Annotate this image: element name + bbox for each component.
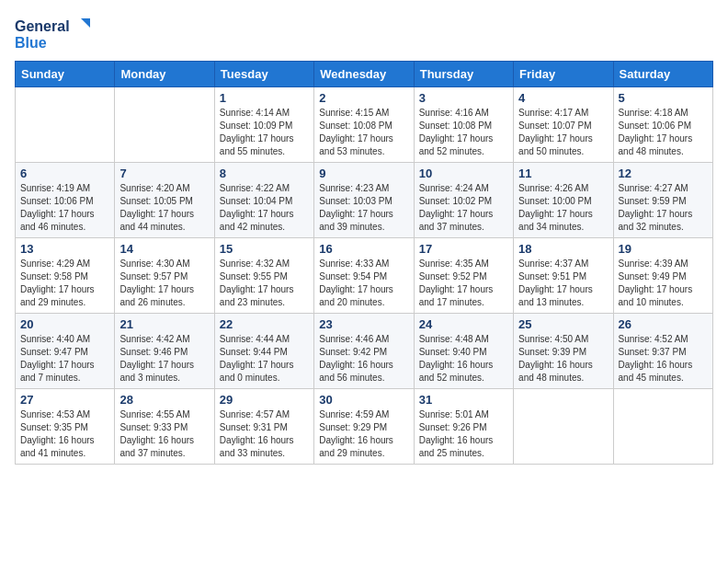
day-number: 2 <box>319 91 408 105</box>
day-info: Sunrise: 4:22 AM Sunset: 10:04 PM Daylig… <box>220 182 309 234</box>
day-number: 15 <box>220 242 309 256</box>
day-of-week-header: Sunday <box>16 62 115 87</box>
day-number: 1 <box>220 91 309 105</box>
day-number: 13 <box>20 242 109 256</box>
day-of-week-header: Thursday <box>414 62 513 87</box>
calendar-cell: 28Sunrise: 4:55 AM Sunset: 9:33 PM Dayli… <box>115 389 214 465</box>
day-info: Sunrise: 4:37 AM Sunset: 9:51 PM Dayligh… <box>518 258 608 309</box>
day-info: Sunrise: 4:18 AM Sunset: 10:06 PM Daylig… <box>619 107 708 158</box>
day-number: 18 <box>518 242 608 256</box>
day-info: Sunrise: 4:20 AM Sunset: 10:05 PM Daylig… <box>119 182 209 234</box>
calendar-cell: 15Sunrise: 4:32 AM Sunset: 9:55 PM Dayli… <box>214 238 313 314</box>
calendar-week-row: 13Sunrise: 4:29 AM Sunset: 9:58 PM Dayli… <box>16 238 713 314</box>
day-number: 24 <box>419 317 508 331</box>
day-info: Sunrise: 4:39 AM Sunset: 9:49 PM Dayligh… <box>619 258 708 309</box>
calendar-cell: 18Sunrise: 4:37 AM Sunset: 9:51 PM Dayli… <box>514 238 613 314</box>
day-number: 11 <box>518 167 608 180</box>
day-info: Sunrise: 4:55 AM Sunset: 9:33 PM Dayligh… <box>119 408 209 460</box>
day-info: Sunrise: 4:40 AM Sunset: 9:47 PM Dayligh… <box>20 333 109 385</box>
calendar-cell: 3Sunrise: 4:16 AM Sunset: 10:08 PM Dayli… <box>414 87 513 163</box>
day-info: Sunrise: 4:52 AM Sunset: 9:37 PM Dayligh… <box>619 333 708 385</box>
day-info: Sunrise: 4:50 AM Sunset: 9:39 PM Dayligh… <box>518 333 608 385</box>
day-number: 19 <box>619 242 708 256</box>
day-number: 31 <box>419 393 508 407</box>
day-info: Sunrise: 5:01 AM Sunset: 9:26 PM Dayligh… <box>419 408 508 460</box>
day-of-week-header: Wednesday <box>314 62 414 87</box>
calendar-cell: 11Sunrise: 4:26 AM Sunset: 10:00 PM Dayl… <box>514 163 613 238</box>
calendar-cell: 14Sunrise: 4:30 AM Sunset: 9:57 PM Dayli… <box>115 238 214 314</box>
day-number: 17 <box>419 242 508 256</box>
day-info: Sunrise: 4:27 AM Sunset: 9:59 PM Dayligh… <box>619 182 708 234</box>
calendar-cell: 25Sunrise: 4:50 AM Sunset: 9:39 PM Dayli… <box>514 314 613 389</box>
calendar-week-row: 6Sunrise: 4:19 AM Sunset: 10:06 PM Dayli… <box>16 163 713 238</box>
day-number: 26 <box>619 317 708 331</box>
day-number: 8 <box>220 167 309 180</box>
calendar-cell <box>613 389 712 465</box>
day-number: 20 <box>20 317 109 331</box>
day-number: 16 <box>319 242 408 256</box>
calendar-week-row: 1Sunrise: 4:14 AM Sunset: 10:09 PM Dayli… <box>16 87 713 163</box>
calendar-cell: 20Sunrise: 4:40 AM Sunset: 9:47 PM Dayli… <box>16 314 115 389</box>
day-info: Sunrise: 4:57 AM Sunset: 9:31 PM Dayligh… <box>220 408 309 460</box>
day-number: 5 <box>619 91 708 105</box>
calendar-week-row: 27Sunrise: 4:53 AM Sunset: 9:35 PM Dayli… <box>16 389 713 465</box>
day-info: Sunrise: 4:16 AM Sunset: 10:08 PM Daylig… <box>419 107 508 158</box>
day-info: Sunrise: 4:48 AM Sunset: 9:40 PM Dayligh… <box>419 333 508 385</box>
day-of-week-header: Tuesday <box>214 62 313 87</box>
day-info: Sunrise: 4:35 AM Sunset: 9:52 PM Dayligh… <box>419 258 508 309</box>
day-of-week-header: Friday <box>514 62 613 87</box>
logo: GeneralBlue <box>15 15 97 52</box>
calendar-cell: 5Sunrise: 4:18 AM Sunset: 10:06 PM Dayli… <box>613 87 712 163</box>
day-number: 22 <box>220 317 309 331</box>
svg-text:Blue: Blue <box>15 35 47 51</box>
calendar-cell: 22Sunrise: 4:44 AM Sunset: 9:44 PM Dayli… <box>214 314 313 389</box>
day-info: Sunrise: 4:32 AM Sunset: 9:55 PM Dayligh… <box>220 258 309 309</box>
calendar-cell: 31Sunrise: 5:01 AM Sunset: 9:26 PM Dayli… <box>414 389 513 465</box>
day-info: Sunrise: 4:42 AM Sunset: 9:46 PM Dayligh… <box>119 333 209 385</box>
calendar-cell: 10Sunrise: 4:24 AM Sunset: 10:02 PM Dayl… <box>414 163 513 238</box>
day-number: 29 <box>220 393 309 407</box>
day-info: Sunrise: 4:24 AM Sunset: 10:02 PM Daylig… <box>419 182 508 234</box>
calendar-cell <box>514 389 613 465</box>
logo-icon: GeneralBlue <box>15 15 97 52</box>
day-info: Sunrise: 4:44 AM Sunset: 9:44 PM Dayligh… <box>220 333 309 385</box>
calendar-cell: 17Sunrise: 4:35 AM Sunset: 9:52 PM Dayli… <box>414 238 513 314</box>
day-of-week-header: Saturday <box>613 62 712 87</box>
day-info: Sunrise: 4:23 AM Sunset: 10:03 PM Daylig… <box>319 182 408 234</box>
day-number: 7 <box>119 167 209 180</box>
calendar-cell: 7Sunrise: 4:20 AM Sunset: 10:05 PM Dayli… <box>115 163 214 238</box>
calendar-cell: 19Sunrise: 4:39 AM Sunset: 9:49 PM Dayli… <box>613 238 712 314</box>
calendar-cell: 1Sunrise: 4:14 AM Sunset: 10:09 PM Dayli… <box>214 87 313 163</box>
day-info: Sunrise: 4:17 AM Sunset: 10:07 PM Daylig… <box>518 107 608 158</box>
page-header: GeneralBlue <box>15 15 713 52</box>
day-number: 4 <box>518 91 608 105</box>
calendar-table: SundayMondayTuesdayWednesdayThursdayFrid… <box>15 61 713 465</box>
day-number: 14 <box>119 242 209 256</box>
calendar-cell: 2Sunrise: 4:15 AM Sunset: 10:08 PM Dayli… <box>314 87 414 163</box>
day-info: Sunrise: 4:59 AM Sunset: 9:29 PM Dayligh… <box>319 408 408 460</box>
calendar-cell: 4Sunrise: 4:17 AM Sunset: 10:07 PM Dayli… <box>514 87 613 163</box>
day-info: Sunrise: 4:33 AM Sunset: 9:54 PM Dayligh… <box>319 258 408 309</box>
day-info: Sunrise: 4:26 AM Sunset: 10:00 PM Daylig… <box>518 182 608 234</box>
day-info: Sunrise: 4:19 AM Sunset: 10:06 PM Daylig… <box>20 182 109 234</box>
day-number: 23 <box>319 317 408 331</box>
day-info: Sunrise: 4:14 AM Sunset: 10:09 PM Daylig… <box>220 107 309 158</box>
day-number: 6 <box>20 167 109 180</box>
calendar-header-row: SundayMondayTuesdayWednesdayThursdayFrid… <box>16 62 713 87</box>
calendar-cell <box>16 87 115 163</box>
calendar-cell: 29Sunrise: 4:57 AM Sunset: 9:31 PM Dayli… <box>214 389 313 465</box>
calendar-cell: 9Sunrise: 4:23 AM Sunset: 10:03 PM Dayli… <box>314 163 414 238</box>
calendar-week-row: 20Sunrise: 4:40 AM Sunset: 9:47 PM Dayli… <box>16 314 713 389</box>
day-number: 30 <box>319 393 408 407</box>
day-number: 3 <box>419 91 508 105</box>
svg-marker-2 <box>81 18 90 28</box>
day-info: Sunrise: 4:15 AM Sunset: 10:08 PM Daylig… <box>319 107 408 158</box>
calendar-cell: 13Sunrise: 4:29 AM Sunset: 9:58 PM Dayli… <box>16 238 115 314</box>
day-info: Sunrise: 4:53 AM Sunset: 9:35 PM Dayligh… <box>20 408 109 460</box>
day-of-week-header: Monday <box>115 62 214 87</box>
day-number: 12 <box>619 167 708 180</box>
day-number: 21 <box>119 317 209 331</box>
calendar-cell: 30Sunrise: 4:59 AM Sunset: 9:29 PM Dayli… <box>314 389 414 465</box>
calendar-cell: 6Sunrise: 4:19 AM Sunset: 10:06 PM Dayli… <box>16 163 115 238</box>
day-info: Sunrise: 4:29 AM Sunset: 9:58 PM Dayligh… <box>20 258 109 309</box>
